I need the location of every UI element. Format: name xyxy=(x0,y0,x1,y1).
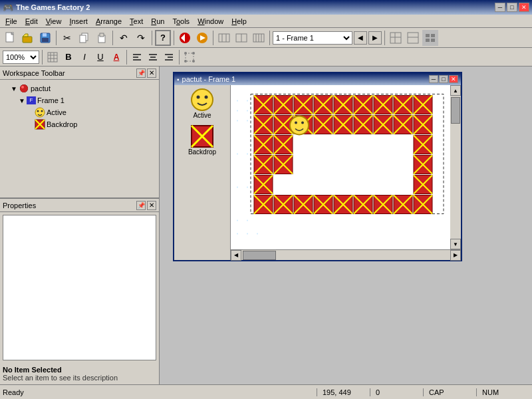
properties-content: No Item Selected Select an item to see i… xyxy=(0,212,159,384)
menu-window[interactable]: Window xyxy=(194,16,227,27)
svg-rect-8 xyxy=(80,35,86,43)
obj-item-backdrop[interactable]: Backdrop xyxy=(177,124,227,156)
scroll-left-btn[interactable]: ◀ xyxy=(231,250,241,261)
frame-window: ▪ pactut - Frame 1 ─ □ ✕ xyxy=(173,72,462,261)
play-button[interactable] xyxy=(194,30,210,46)
bold-btn[interactable]: B xyxy=(61,50,76,65)
menu-tools[interactable]: Tools xyxy=(168,16,194,27)
menu-insert[interactable]: Insert xyxy=(65,16,92,27)
toolbar2: 100% B I U A xyxy=(0,48,532,66)
obj-item-active[interactable]: Active xyxy=(177,88,227,119)
svg-point-85 xyxy=(247,220,248,221)
workspace-close-btn[interactable]: ✕ xyxy=(147,68,156,78)
status-num: NUM xyxy=(476,388,529,396)
frame-content: Active Backdrop xyxy=(174,85,461,260)
frame-btn[interactable] xyxy=(233,30,249,46)
preview-area xyxy=(3,215,156,360)
scroll-down-btn[interactable]: ▼ xyxy=(450,239,461,249)
open-button[interactable] xyxy=(20,30,36,46)
menu-arrange[interactable]: Arrange xyxy=(92,16,126,27)
maximize-button[interactable]: □ xyxy=(507,3,517,12)
grid-btn[interactable] xyxy=(45,50,60,65)
scroll-up-btn[interactable]: ▲ xyxy=(450,85,461,96)
svg-rect-29 xyxy=(426,34,430,37)
redo-button[interactable]: ↷ xyxy=(133,30,149,46)
svg-rect-24 xyxy=(390,33,401,43)
svg-marker-3 xyxy=(23,34,28,37)
prev-frame-btn[interactable]: ◀ xyxy=(354,31,367,45)
properties-panel: Properties 📌 ✕ No Item Selected Select a… xyxy=(0,198,159,384)
view-btn1[interactable] xyxy=(388,30,404,46)
frame-max-btn[interactable]: □ xyxy=(439,75,448,83)
color-btn[interactable]: A xyxy=(109,50,124,65)
menu-view[interactable]: View xyxy=(42,16,66,27)
workspace-pin-btn[interactable]: 📌 xyxy=(136,68,146,78)
horizontal-scrollbar[interactable]: ◀ ▶ xyxy=(231,249,461,260)
scroll-thumb-h[interactable] xyxy=(243,251,276,260)
transform-btn[interactable] xyxy=(182,50,197,65)
title-bar-left: 🎮 The Games Factory 2 xyxy=(3,3,90,13)
view-btn3[interactable] xyxy=(422,30,438,46)
menu-text[interactable]: Text xyxy=(126,16,147,27)
event-btn[interactable] xyxy=(251,30,267,46)
minimize-button[interactable]: ─ xyxy=(495,3,505,12)
active-object xyxy=(290,116,309,135)
menu-edit[interactable]: Edit xyxy=(21,16,42,27)
tree-item-backdrop[interactable]: Backdrop xyxy=(3,118,156,130)
frame-title-controls: ─ □ ✕ xyxy=(429,75,458,83)
frame-min-btn[interactable]: ─ xyxy=(429,75,438,83)
scroll-thumb-v[interactable] xyxy=(451,97,460,124)
underline-btn[interactable]: U xyxy=(93,50,108,65)
tree-expand-frame1[interactable]: ▼ xyxy=(19,97,25,104)
storyboard-btn[interactable] xyxy=(216,30,232,46)
sep9 xyxy=(126,50,127,65)
sep5 xyxy=(213,31,213,45)
view-btn2[interactable] xyxy=(405,30,421,46)
tree-expand-pactut[interactable]: ▼ xyxy=(11,85,17,92)
close-button[interactable]: ✕ xyxy=(519,3,529,12)
undo-button[interactable]: ↶ xyxy=(116,30,132,46)
obj-sprite-backdrop xyxy=(190,124,214,148)
sep4 xyxy=(174,31,174,45)
sep6 xyxy=(269,31,270,45)
scroll-right-btn[interactable]: ▶ xyxy=(450,250,461,261)
sep2 xyxy=(112,31,113,45)
align-left-btn[interactable] xyxy=(130,50,144,65)
properties-close-btn[interactable]: ✕ xyxy=(147,201,156,210)
canvas-area[interactable] xyxy=(231,85,450,249)
align-right-btn[interactable] xyxy=(162,50,176,65)
frame-select[interactable]: 1 - Frame 1 xyxy=(273,31,352,45)
vertical-scrollbar[interactable]: ▲ ▼ xyxy=(450,85,461,249)
menu-run[interactable]: Run xyxy=(147,16,168,27)
new-button[interactable] xyxy=(3,30,19,46)
svg-point-62 xyxy=(197,96,200,99)
copy-button[interactable] xyxy=(76,30,92,46)
menu-file[interactable]: File xyxy=(1,16,21,27)
menu-help[interactable]: Help xyxy=(227,16,251,27)
zoom-select[interactable]: 100% xyxy=(3,51,39,64)
paste-button[interactable] xyxy=(94,30,110,46)
next-frame-btn[interactable]: ▶ xyxy=(368,31,382,45)
active-icon xyxy=(35,107,45,118)
backdrop-sprite xyxy=(190,124,214,148)
stop-button[interactable] xyxy=(177,30,193,46)
svg-point-57 xyxy=(41,110,43,112)
frame-icon: F xyxy=(27,96,36,104)
cut-button[interactable]: ✂ xyxy=(59,30,75,46)
align-center-btn[interactable] xyxy=(146,50,160,65)
save-button[interactable] xyxy=(37,30,53,46)
tree-item-pactut[interactable]: ▼ pactut xyxy=(3,82,156,94)
svg-point-90 xyxy=(257,233,258,235)
tree-area: ▼ pactut ▼ F Frame 1 xyxy=(0,80,159,198)
tree-item-frame1[interactable]: ▼ F Frame 1 xyxy=(3,94,156,106)
italic-btn[interactable]: I xyxy=(77,50,92,65)
svg-point-77 xyxy=(247,110,248,112)
help-button[interactable]: ? xyxy=(155,30,171,46)
svg-point-83 xyxy=(247,187,248,188)
properties-title: Properties xyxy=(3,201,36,209)
tree-item-active[interactable]: Active xyxy=(3,106,156,118)
svg-point-49 xyxy=(192,52,195,55)
frame-close-btn[interactable]: ✕ xyxy=(449,75,458,83)
svg-point-48 xyxy=(184,52,187,55)
properties-pin-btn[interactable]: 📌 xyxy=(136,201,146,210)
